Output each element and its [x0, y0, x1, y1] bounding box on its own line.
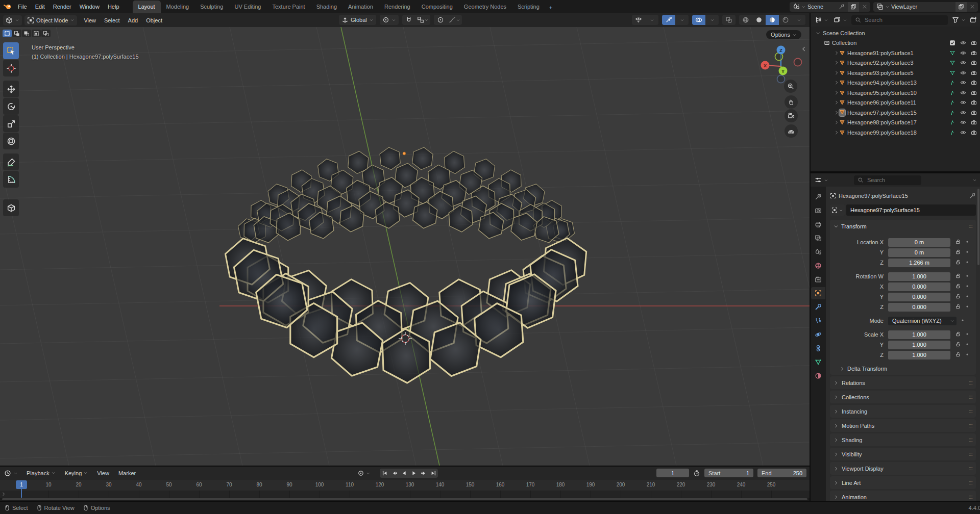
animate-dot-icon[interactable] [965, 294, 970, 299]
tab-compositing[interactable]: Compositing [416, 1, 458, 13]
object-data-tab[interactable] [811, 356, 825, 368]
eye-icon[interactable] [960, 70, 966, 76]
move-tool-button[interactable] [3, 81, 19, 97]
prev-keyframe-button[interactable] [389, 469, 399, 478]
world-tab[interactable] [811, 260, 825, 272]
value-field[interactable]: 0 m [888, 248, 950, 257]
chevron-right-icon[interactable] [834, 60, 839, 65]
chevron-down-icon[interactable] [366, 471, 371, 476]
animate-dot-icon[interactable] [965, 352, 970, 357]
particles-tab[interactable] [811, 315, 825, 327]
panel-viewport-display[interactable]: Viewport Display:::: [830, 462, 976, 475]
eye-icon[interactable] [960, 90, 966, 96]
blender-logo-icon[interactable] [4, 3, 12, 11]
falloff-dropdown[interactable] [447, 15, 462, 25]
outliner-row[interactable]: Scene Collection [811, 28, 980, 38]
viewlayer-selector[interactable]: ViewLayer [873, 2, 978, 12]
timeline-scrollbar[interactable] [0, 498, 810, 501]
viewport-menu-view[interactable]: View [80, 14, 100, 27]
selmode-new-button[interactable] [3, 30, 12, 37]
panel-shading[interactable]: Shading:::: [830, 433, 976, 446]
camera-icon[interactable] [971, 119, 977, 125]
playhead[interactable]: 1 [16, 480, 27, 489]
scene-delete-button[interactable] [859, 2, 870, 12]
axis-z-neg[interactable] [777, 75, 785, 83]
panel-motion-paths[interactable]: Motion Paths:::: [830, 419, 976, 432]
zoom-button[interactable] [784, 80, 797, 93]
scene-tab[interactable] [811, 246, 825, 258]
eye-icon[interactable] [960, 119, 966, 125]
xray-toggle[interactable] [722, 15, 736, 25]
animate-dot-icon[interactable] [965, 249, 970, 254]
play-reverse-button[interactable] [399, 469, 409, 478]
menu-window[interactable]: Window [76, 0, 104, 13]
scrollbar[interactable] [977, 189, 979, 265]
constraints-tab[interactable] [811, 342, 825, 354]
new-collection-icon[interactable] [970, 16, 977, 23]
properties-search-input[interactable] [866, 176, 918, 184]
value-field[interactable]: 0.000 [888, 282, 950, 291]
modifiers-tab[interactable] [811, 301, 825, 313]
viewport-menu-object[interactable]: Object [142, 14, 166, 27]
tab-sculpting[interactable]: Sculpting [194, 1, 229, 13]
play-button[interactable] [409, 469, 419, 478]
value-field[interactable]: 1.000 [888, 330, 950, 339]
animate-dot-icon[interactable] [965, 304, 970, 309]
menu-edit[interactable]: Edit [31, 0, 49, 13]
tab-uv-editing[interactable]: UV Editing [229, 1, 266, 13]
animate-dot-icon[interactable] [965, 284, 970, 289]
camera-view-button[interactable] [785, 109, 798, 122]
lock-open-icon[interactable] [955, 351, 961, 357]
chevron-right-icon[interactable] [834, 130, 839, 135]
transform-orientation-dropdown[interactable]: Global [339, 15, 376, 25]
next-keyframe-button[interactable] [419, 469, 428, 478]
render-tab[interactable] [811, 204, 825, 217]
camera-icon[interactable] [971, 80, 977, 86]
stopwatch-icon[interactable] [693, 470, 700, 477]
tab-scripting[interactable]: Scripting [512, 1, 545, 13]
animate-dot-icon[interactable] [965, 342, 970, 347]
outliner-editor-type-button[interactable] [814, 15, 829, 25]
view-layer-tab[interactable] [811, 232, 825, 244]
chevron-right-icon[interactable] [834, 110, 839, 115]
selmode-extend-button[interactable] [12, 30, 21, 37]
transform-tool-button[interactable] [3, 133, 19, 149]
chevron-right-icon[interactable] [834, 70, 839, 75]
tool-tab[interactable] [811, 191, 825, 203]
animate-dot-icon[interactable] [965, 260, 970, 265]
shading-material[interactable] [766, 15, 779, 25]
lock-open-icon[interactable] [955, 283, 961, 289]
chevron-down-icon[interactable] [816, 31, 821, 36]
tab-texture-paint[interactable]: Texture Paint [266, 1, 310, 13]
chevron-right-icon[interactable] [834, 90, 839, 95]
select-box-tool-button[interactable] [3, 42, 19, 59]
drag-dots[interactable]: :::: [969, 423, 972, 428]
panel-line-art[interactable]: Line Art:::: [830, 476, 976, 489]
menu-help[interactable]: Help [104, 0, 124, 13]
eye-icon[interactable] [960, 50, 966, 56]
editor-type-button[interactable] [3, 15, 22, 25]
jump-to-end-button[interactable] [428, 469, 438, 478]
lock-open-icon[interactable] [955, 249, 961, 255]
value-field[interactable]: 0.000 [888, 303, 950, 312]
delta-transform-panel[interactable]: Delta Transform [830, 363, 976, 375]
chevron-right-icon[interactable] [834, 50, 839, 56]
eye-icon[interactable] [960, 99, 966, 106]
camera-icon[interactable] [971, 130, 977, 136]
lock-open-icon[interactable] [955, 331, 961, 337]
selmode-invert-button[interactable] [32, 30, 41, 37]
shading-solid[interactable] [752, 15, 766, 25]
outliner-filter-button[interactable] [951, 15, 967, 25]
shading-rendered[interactable] [779, 15, 792, 25]
shading-dropdown[interactable] [792, 15, 805, 25]
scene-new-button[interactable] [848, 2, 859, 12]
viewport-menu-select[interactable]: Select [100, 14, 124, 27]
value-field[interactable]: 1.000 [888, 272, 950, 281]
outliner-row[interactable]: Hexagone97:polySurface15 [811, 108, 980, 118]
animate-dot-icon[interactable] [965, 273, 970, 278]
camera-icon[interactable] [971, 90, 977, 96]
properties-editor-type-button[interactable] [814, 175, 829, 185]
timeline-menu-marker[interactable]: Marker [114, 467, 140, 480]
outliner-row[interactable]: Hexagone98:polySurface17 [811, 118, 980, 128]
chevron-right-icon[interactable] [834, 120, 839, 125]
